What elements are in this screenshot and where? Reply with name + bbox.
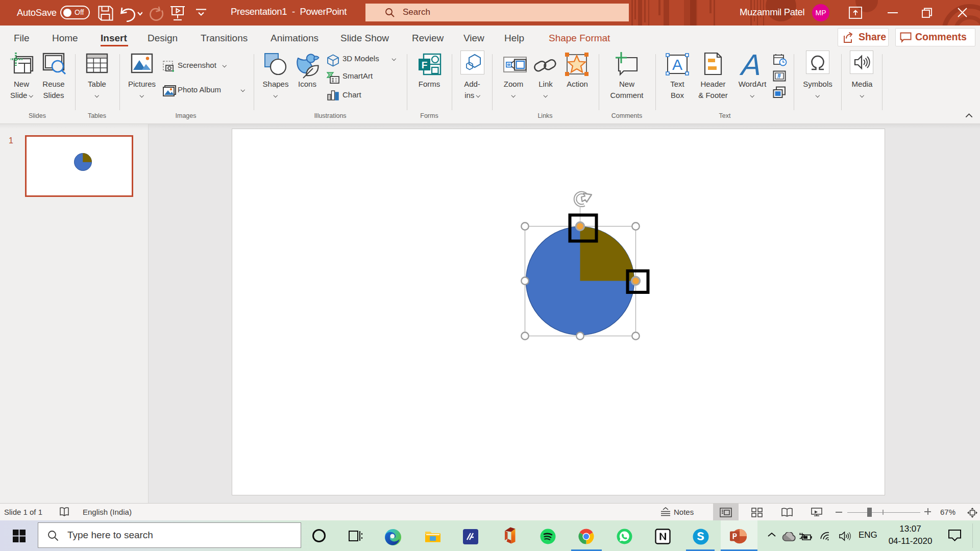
svg-text:A: A [672,56,682,73]
svg-text:F: F [422,60,428,70]
svg-text:A: A [739,52,763,77]
